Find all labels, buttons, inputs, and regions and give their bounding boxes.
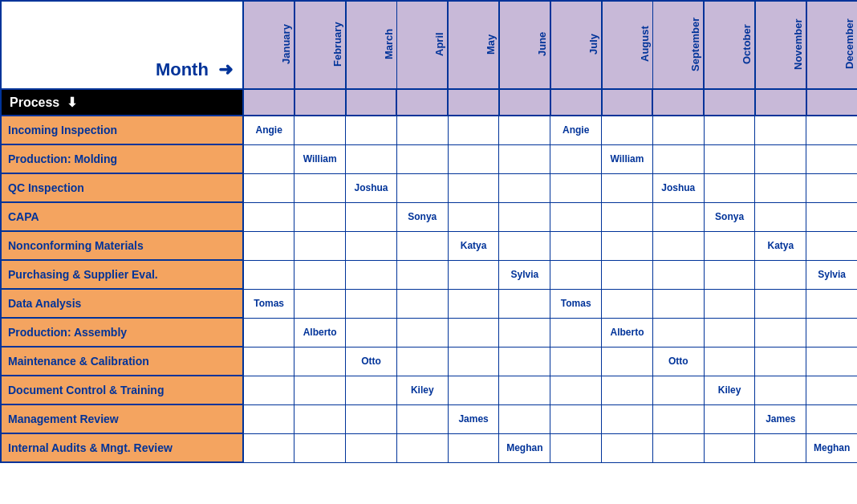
data-cell <box>243 376 294 404</box>
data-cell <box>704 404 755 433</box>
data-cell <box>704 289 755 318</box>
data-cell <box>499 347 550 376</box>
data-cell: William <box>294 144 346 173</box>
data-cell <box>550 347 602 376</box>
sub-header-dec <box>806 89 857 116</box>
data-cell <box>704 260 755 289</box>
data-cell <box>652 202 704 231</box>
table-row: Data AnalysisTomasTomas <box>1 289 857 318</box>
data-cell <box>652 404 704 433</box>
data-cell <box>499 173 550 202</box>
process-label-cell: Data Analysis <box>1 289 243 318</box>
month-header-row: Month ➜ January February March April May… <box>1 1 857 89</box>
table-row: QC InspectionJoshuaJoshua <box>1 173 857 202</box>
month-label-cell: Month ➜ <box>1 1 243 89</box>
data-cell: Otto <box>652 347 704 376</box>
col-header-april: April <box>396 1 448 89</box>
data-cell <box>755 347 806 376</box>
data-cell <box>499 318 550 347</box>
data-cell <box>294 289 346 318</box>
data-cell <box>704 231 755 260</box>
data-cell: Kiley <box>704 376 755 404</box>
data-cell <box>602 173 653 202</box>
data-cell <box>806 173 857 202</box>
data-cell <box>396 231 448 260</box>
data-cell <box>755 144 806 173</box>
sub-header-mar <box>346 89 397 116</box>
data-cell <box>806 202 857 231</box>
sub-header-aug <box>602 89 653 116</box>
data-cell <box>346 404 397 433</box>
table-row: Internal Audits & Mngt. ReviewMeghanMegh… <box>1 433 857 462</box>
process-label-cell: QC Inspection <box>1 173 243 202</box>
col-header-may: May <box>448 1 499 89</box>
data-cell <box>448 173 499 202</box>
data-cell <box>602 376 653 404</box>
data-cell: Katya <box>755 231 806 260</box>
data-cell <box>396 144 448 173</box>
col-header-february: February <box>294 1 346 89</box>
data-cell <box>448 376 499 404</box>
sub-header-jun <box>499 89 550 116</box>
data-cell <box>602 404 653 433</box>
data-cell <box>243 433 294 462</box>
data-cell <box>294 231 346 260</box>
data-cell: Tomas <box>550 289 602 318</box>
data-cell <box>550 231 602 260</box>
month-label: Month <box>156 59 209 79</box>
data-cell <box>704 433 755 462</box>
data-cell <box>396 289 448 318</box>
data-cell <box>806 376 857 404</box>
process-label-cell: Production: Molding <box>1 144 243 173</box>
data-cell <box>346 260 397 289</box>
data-cell <box>448 347 499 376</box>
data-cell <box>294 404 346 433</box>
data-cell <box>806 347 857 376</box>
data-cell: Otto <box>346 347 397 376</box>
process-label-cell: Production: Assembly <box>1 318 243 347</box>
data-cell <box>396 433 448 462</box>
data-cell <box>243 231 294 260</box>
data-cell <box>448 116 499 144</box>
data-cell: Alberto <box>294 318 346 347</box>
data-cell: Sonya <box>396 202 448 231</box>
data-cell <box>346 202 397 231</box>
data-cell <box>396 318 448 347</box>
data-cell <box>396 404 448 433</box>
data-cell <box>346 433 397 462</box>
data-cell: Tomas <box>243 289 294 318</box>
data-cell <box>550 433 602 462</box>
sub-header-feb <box>294 89 346 116</box>
data-cell: Sylvia <box>806 260 857 289</box>
data-cell <box>602 289 653 318</box>
data-cell: Joshua <box>652 173 704 202</box>
data-cell <box>704 347 755 376</box>
data-cell <box>550 144 602 173</box>
data-cell <box>755 289 806 318</box>
process-header-row: Process ⬇ <box>1 89 857 116</box>
data-cell <box>448 433 499 462</box>
data-cell <box>499 289 550 318</box>
sub-header-oct <box>704 89 755 116</box>
data-cell <box>499 202 550 231</box>
data-cell <box>806 318 857 347</box>
data-cell: Katya <box>448 231 499 260</box>
data-cell: James <box>755 404 806 433</box>
data-cell <box>550 404 602 433</box>
data-cell <box>550 173 602 202</box>
process-label-cell: Purchasing & Supplier Eval. <box>1 260 243 289</box>
data-cell <box>602 260 653 289</box>
data-cell <box>652 433 704 462</box>
data-cell <box>448 318 499 347</box>
sub-header-nov <box>755 89 806 116</box>
data-cell <box>243 347 294 376</box>
data-cell <box>652 318 704 347</box>
data-cell <box>448 144 499 173</box>
col-header-june: June <box>499 1 550 89</box>
data-cell <box>652 260 704 289</box>
data-cell <box>550 376 602 404</box>
data-cell <box>243 202 294 231</box>
data-cell <box>243 318 294 347</box>
data-cell <box>346 289 397 318</box>
data-cell <box>652 376 704 404</box>
